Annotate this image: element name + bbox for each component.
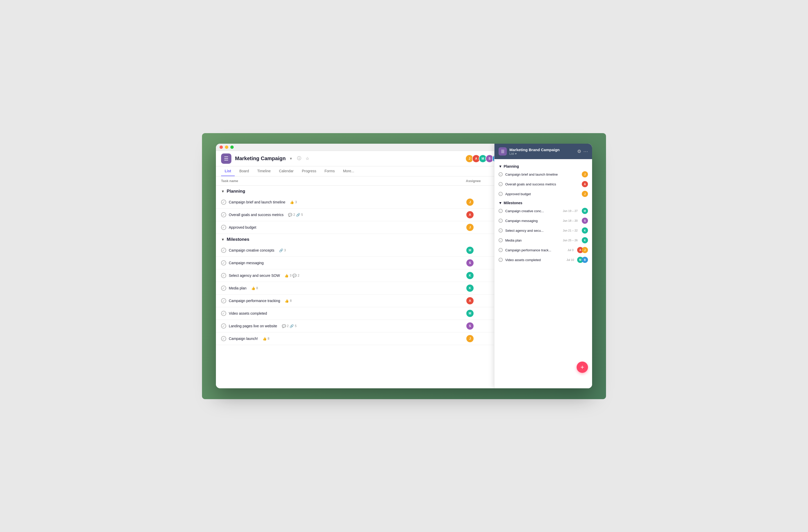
link-count: 3 <box>284 248 286 252</box>
tab-progress[interactable]: Progress <box>298 166 320 176</box>
popup-icon-symbol: ☰ <box>501 149 504 154</box>
milestones-arrow[interactable]: ▼ <box>221 238 225 242</box>
popup-date: Jul 3 <box>568 248 573 251</box>
maximize-dot[interactable] <box>230 146 234 149</box>
popup-planning-title: ▼ Planning <box>494 162 592 169</box>
popup-more-btn[interactable]: ⋯ <box>583 149 588 154</box>
task-name: Landing pages live on website <box>229 324 277 328</box>
popup-task-row[interactable]: ✓ Campaign messaging Jun 18 – 20 S <box>494 216 592 226</box>
assignee-avatar: S <box>466 322 474 330</box>
task-meta: 👍 8 <box>285 299 292 303</box>
task-name-cell: ✓ Select agency and secure SOW 👍 3 💬 2 <box>221 273 466 278</box>
tab-calendar[interactable]: Calendar <box>275 166 297 176</box>
task-name-cell: ✓ Overall goals and success metrics 💬 2 … <box>221 212 466 217</box>
popup-assignee-avatar: J <box>582 191 588 197</box>
popup-task-check[interactable]: ✓ <box>499 209 503 213</box>
task-meta: 👍 3 <box>290 200 297 204</box>
tab-board[interactable]: Board <box>236 166 253 176</box>
task-name: Media plan <box>229 286 246 290</box>
popup-task-row[interactable]: ✓ Campaign brief and launch timeline J <box>494 169 592 179</box>
link-icon: 🔗 <box>279 248 283 252</box>
popup-fab-button[interactable]: + <box>576 362 588 373</box>
popup-task-row[interactable]: ✓ Overall goals and success metrics A <box>494 179 592 189</box>
app-window: ☰ Marketing Campaign ▾ ⓘ ☆ J A M S B 🔍 <box>216 144 592 388</box>
task-name-cell: ✓ Approved budget <box>221 225 466 230</box>
popup-task-name: Campaign messaging <box>505 219 561 223</box>
popup-date: Jul 10 <box>567 258 574 261</box>
popup-task-name: Campaign performance track... <box>505 248 565 252</box>
task-check[interactable]: ✓ <box>221 225 226 230</box>
popup-date: Jun 21 – 22 <box>563 229 578 232</box>
task-check[interactable]: ✓ <box>221 273 226 278</box>
popup-task-check[interactable]: ✓ <box>499 248 503 252</box>
popup-task-name: Select agency and secu... <box>505 229 561 232</box>
comment-count: 2 <box>293 213 295 216</box>
task-check[interactable]: ✓ <box>221 311 226 316</box>
popup-task-check[interactable]: ✓ <box>499 238 503 242</box>
project-title-area: Marketing Campaign ▾ ⓘ ☆ <box>235 155 311 162</box>
comment-icon: 💬 <box>288 213 292 217</box>
popup-task-row[interactable]: ✓ Approved budget J <box>494 189 592 199</box>
tab-more[interactable]: More... <box>339 166 358 176</box>
popup-assignee-avatar-2: B <box>582 257 588 263</box>
task-check[interactable]: ✓ <box>221 248 226 253</box>
assignee-avatar: A <box>466 297 474 305</box>
desktop-background: ☰ Marketing Campaign ▾ ⓘ ☆ J A M S B 🔍 <box>202 133 606 399</box>
planning-arrow[interactable]: ▼ <box>221 189 225 193</box>
link-icon: 🔗 <box>296 213 300 217</box>
task-name-cell: ✓ Campaign brief and launch timeline 👍 3 <box>221 200 466 205</box>
task-check[interactable]: ✓ <box>221 336 226 341</box>
assignee-avatar: M <box>466 309 474 318</box>
tab-list[interactable]: List <box>221 166 235 176</box>
tab-timeline[interactable]: Timeline <box>254 166 274 176</box>
task-check[interactable]: ✓ <box>221 260 226 265</box>
popup-task-row[interactable]: ✓ Media plan Jun 25 – 26 K <box>494 235 592 245</box>
popup-filter-btn[interactable]: ⚙ <box>577 149 581 154</box>
popup-date: Jun 18 – 20 <box>563 219 578 222</box>
popup-task-check[interactable]: ✓ <box>499 228 503 232</box>
task-name-cell: ✓ Landing pages live on website 💬 2 🔗 5 <box>221 323 466 328</box>
task-check[interactable]: ✓ <box>221 323 226 328</box>
popup-task-check[interactable]: ✓ <box>499 172 503 176</box>
task-check[interactable]: ✓ <box>221 212 226 217</box>
planning-title: Planning <box>227 189 245 194</box>
task-check[interactable]: ✓ <box>221 286 226 291</box>
task-meta: 💬 2 🔗 5 <box>282 324 297 328</box>
like-count: 8 <box>268 337 270 340</box>
popup-task-name: Overall goals and success metrics <box>505 182 579 186</box>
popup-task-row[interactable]: ✓ Video assets completed Jul 10 M B <box>494 255 592 265</box>
popup-task-check[interactable]: ✓ <box>499 218 503 223</box>
task-check[interactable]: ✓ <box>221 298 226 303</box>
popup-task-check[interactable]: ✓ <box>499 182 503 186</box>
like-count: 3 <box>295 200 297 204</box>
popup-assignee-avatar: K <box>582 237 588 243</box>
assignee-avatar: K <box>466 284 474 292</box>
popup-task-name: Media plan <box>505 239 561 242</box>
star-btn[interactable]: ☆ <box>304 155 311 162</box>
task-meta: 👍 8 <box>251 286 258 290</box>
popup-subtitle-text: List <box>509 152 514 155</box>
popup-task-row[interactable]: ✓ Select agency and secu... Jun 21 – 22 … <box>494 226 592 235</box>
task-name: Campaign creative concepts <box>229 248 274 252</box>
tab-forms[interactable]: Forms <box>321 166 338 176</box>
task-name-cell: ✓ Video assets completed <box>221 311 466 316</box>
popup-task-row[interactable]: ✓ Campaign performance track... Jul 3 A … <box>494 245 592 255</box>
task-name: Campaign performance tracking <box>229 299 280 303</box>
task-name: Overall goals and success metrics <box>229 213 283 217</box>
popup-task-row[interactable]: ✓ Campaign creative conc... Jun 19 – 27 … <box>494 206 592 216</box>
close-dot[interactable] <box>220 146 223 149</box>
task-meta: 🔗 3 <box>279 248 286 252</box>
popup-assignee-avatar: M <box>582 208 588 214</box>
popup-task-name: Video assets completed <box>505 258 564 262</box>
dropdown-arrow-btn[interactable]: ▾ <box>288 155 294 162</box>
popup-task-check[interactable]: ✓ <box>499 258 503 262</box>
popup-task-check[interactable]: ✓ <box>499 192 503 196</box>
popup-task-name: Approved budget <box>505 192 579 196</box>
popup-planning-label: Planning <box>504 164 519 168</box>
task-check[interactable]: ✓ <box>221 200 226 205</box>
popup-milestones-arrow[interactable]: ▼ <box>499 201 502 205</box>
popup-planning-arrow[interactable]: ▼ <box>499 164 502 168</box>
minimize-dot[interactable] <box>225 146 228 149</box>
popup-date: Jun 19 – 27 <box>563 209 578 212</box>
info-btn[interactable]: ⓘ <box>296 155 302 162</box>
